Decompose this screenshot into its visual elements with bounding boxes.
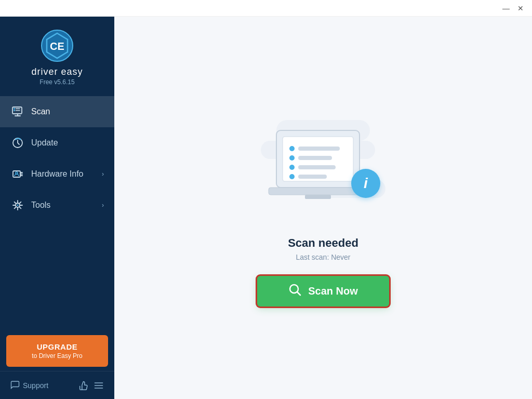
svg-rect-41: [305, 195, 331, 199]
sidebar-item-scan[interactable]: Scan: [0, 96, 114, 127]
driver-easy-logo-icon: CE: [41, 29, 74, 62]
sidebar-item-hardware-info-label: Hardware Info: [31, 169, 102, 179]
update-icon: [10, 136, 25, 150]
scan-illustration: i: [250, 110, 396, 224]
svg-point-18: [17, 205, 19, 206]
app-body: CE driver easy Free v5.6.15: [0, 17, 532, 399]
svg-line-24: [20, 207, 21, 209]
scan-now-label: Scan Now: [308, 285, 358, 297]
main-content: i Scan needed Last scan: Never Scan Now: [114, 17, 532, 399]
svg-text:CE: CE: [50, 41, 64, 52]
svg-line-25: [20, 202, 21, 204]
title-bar: — ✕: [0, 0, 532, 17]
svg-rect-35: [298, 156, 332, 160]
svg-line-23: [15, 202, 16, 204]
svg-rect-39: [298, 175, 327, 179]
upgrade-line1: UPGRADE: [11, 342, 103, 351]
svg-point-8: [14, 108, 15, 110]
monitor-scan-icon: [10, 104, 25, 119]
minimize-button[interactable]: —: [499, 1, 513, 16]
hardware-info-icon: [10, 167, 25, 181]
svg-line-26: [15, 207, 16, 209]
hardware-info-arrow-icon: ›: [102, 170, 104, 178]
sidebar-item-update-label: Update: [31, 138, 104, 148]
app-version: Free v5.6.15: [39, 78, 74, 86]
svg-line-43: [297, 292, 300, 295]
scan-status-sub: Last scan: Never: [296, 253, 350, 261]
sidebar-item-hardware-info[interactable]: Hardware Info ›: [0, 158, 114, 190]
scan-now-button[interactable]: Scan Now: [257, 276, 389, 307]
svg-rect-33: [298, 147, 340, 151]
sidebar-item-tools-label: Tools: [31, 201, 102, 210]
scan-button-search-icon: [288, 283, 302, 299]
tools-icon: [10, 198, 25, 212]
sidebar-item-update[interactable]: Update: [0, 127, 114, 158]
close-button[interactable]: ✕: [513, 1, 528, 16]
support-label: Support: [23, 381, 48, 390]
sidebar-nav: Scan Update: [0, 96, 114, 331]
sidebar-item-tools[interactable]: Tools ›: [0, 190, 114, 221]
menu-list-icon[interactable]: [94, 380, 104, 391]
svg-point-32: [289, 146, 295, 151]
upgrade-line2: to Driver Easy Pro: [11, 352, 103, 360]
footer-icons: [79, 380, 104, 391]
app-title: driver easy: [31, 66, 83, 77]
tools-arrow-icon: ›: [102, 202, 104, 209]
sidebar-item-scan-label: Scan: [31, 107, 104, 116]
scan-status-title: Scan needed: [288, 236, 358, 250]
logo-area: CE driver easy Free v5.6.15: [0, 17, 114, 96]
support-chat-icon: [10, 380, 20, 391]
upgrade-button[interactable]: UPGRADE to Driver Easy Pro: [6, 335, 108, 367]
sidebar: CE driver easy Free v5.6.15: [0, 17, 114, 399]
sidebar-footer: Support: [0, 371, 114, 399]
thumbs-up-icon[interactable]: [79, 380, 89, 391]
laptop-illustration: [266, 125, 370, 210]
svg-point-36: [289, 165, 295, 170]
svg-point-34: [289, 155, 295, 161]
svg-point-6: [14, 110, 15, 111]
info-badge-icon: i: [351, 169, 380, 198]
support-button[interactable]: Support: [10, 380, 48, 391]
svg-point-38: [289, 174, 295, 179]
svg-rect-37: [298, 165, 336, 169]
